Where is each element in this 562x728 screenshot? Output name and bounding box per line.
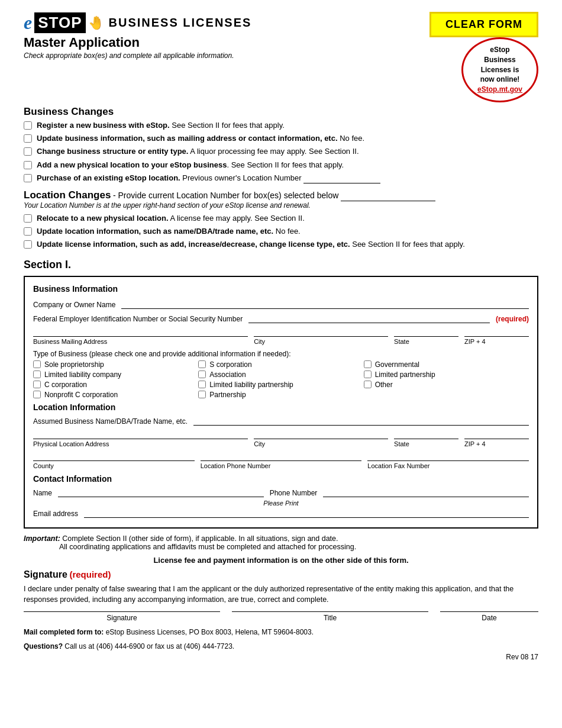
physical-state-input[interactable] (394, 430, 458, 439)
bt-ccorp-checkbox[interactable] (33, 381, 41, 388)
bc-label-4: Add a new physical location to your eSto… (37, 160, 344, 170)
bt-sole-prop: Sole proprietorship (33, 360, 198, 369)
mailing-address-input[interactable] (33, 328, 248, 337)
mailing-state-input[interactable] (394, 328, 458, 337)
bt-llc-checkbox[interactable] (33, 371, 41, 378)
date-line (440, 611, 538, 612)
physical-zip-input[interactable] (464, 430, 529, 439)
location-info-title: Location Information (33, 402, 529, 412)
bt-govt-checkbox[interactable] (364, 360, 372, 368)
title-line (232, 611, 428, 612)
lc-item-2: Update location information, such as nam… (24, 226, 538, 237)
bc-label-5: Purchase of an existing eStop location. … (37, 173, 380, 183)
footer-mail-address: eStop Business Licenses, PO Box 8003, He… (106, 628, 314, 636)
county-input[interactable] (33, 452, 195, 461)
physical-city-field: City (254, 430, 388, 447)
bt-nonprofit-checkbox[interactable] (33, 391, 41, 398)
company-name-row: Company or Owner Name (33, 298, 529, 309)
lc-label-1: Relocate to a new physical location. A l… (37, 213, 305, 224)
right-top: CLEAR FORM eStop Business Licenses is no… (429, 12, 538, 102)
footer-mail-label: Mail completed form to: (24, 628, 104, 636)
location-fax-label: Location Fax Number (367, 462, 529, 469)
location-fax-input[interactable] (367, 452, 529, 461)
email-row: Email address (33, 509, 529, 518)
physical-city-input[interactable] (254, 430, 388, 439)
footer-questions: Questions? Call us at (406) 444-6900 or … (24, 642, 538, 650)
bc-checkbox-5[interactable] (24, 174, 32, 182)
badge-line1: eStop (490, 46, 509, 54)
fein-required: (required) (496, 315, 529, 323)
clear-form-button[interactable]: CLEAR FORM (429, 12, 538, 37)
email-label: Email address (33, 510, 78, 518)
location-changes-heading: Location Changes (24, 189, 111, 201)
mailing-zip-label: ZIP + 4 (464, 338, 529, 345)
bc-checkbox-1[interactable] (24, 121, 32, 130)
sig-declaration: I declare under penalty of false swearin… (24, 584, 538, 606)
bt-lp-label: Limited partnership (375, 371, 435, 379)
assumed-name-input[interactable] (193, 417, 529, 426)
bt-assoc-checkbox[interactable] (198, 371, 206, 378)
sig-required-label: (required) (69, 569, 111, 579)
bt-llp-label: Limited liability partnership (209, 381, 293, 389)
contact-name-input[interactable] (58, 488, 264, 497)
mailing-zip-input[interactable] (464, 328, 529, 337)
bc-item-1: Register a new business with eStop. See … (24, 120, 538, 131)
please-print: Please Print (33, 500, 529, 507)
badge-url[interactable]: eStop.mt.gov (477, 85, 522, 94)
bt-govt-label: Governmental (375, 360, 419, 369)
bc-item-3: Change business structure or entity type… (24, 146, 538, 157)
physical-address-input[interactable] (33, 430, 248, 439)
bt-partnership-label: Partnership (209, 391, 246, 399)
county-label: County (33, 462, 195, 469)
assumed-name-label: Assumed Business Name/DBA/Trade Name, et… (33, 417, 188, 426)
physical-address-row: Physical Location Address City State ZIP… (33, 430, 529, 447)
business-info-title: Business Information (33, 284, 529, 294)
bt-scorp-label: S corporation (209, 360, 251, 369)
bt-other-label: Other (375, 381, 393, 389)
bt-llp-checkbox[interactable] (198, 381, 206, 388)
fein-input[interactable] (248, 313, 490, 323)
mailing-state-field: State (394, 328, 458, 345)
county-phone-row: County Location Phone Number Location Fa… (33, 452, 529, 469)
mailing-city-input[interactable] (254, 328, 388, 337)
top-bar: e STOP 🤚 BUSINESS LICENSES Master Applic… (24, 12, 538, 102)
lc-checkbox-3[interactable] (24, 240, 32, 249)
bt-llc-label: Limited liability company (44, 371, 121, 379)
business-type-label: Type of Business (please check one and p… (33, 350, 529, 358)
important-text2: All coordinating applications and affida… (59, 543, 356, 551)
contact-phone-input[interactable] (323, 488, 529, 497)
bt-ccorp-label: C corporation (44, 381, 87, 389)
page-title: Master Application (24, 35, 251, 50)
logo-row: e STOP 🤚 BUSINESS LICENSES (24, 12, 251, 34)
bt-llc: Limited liability company (33, 371, 198, 379)
lc-checkbox-2[interactable] (24, 227, 32, 236)
location-number-line (341, 201, 435, 201)
revision-label: Rev 08 17 (24, 653, 538, 661)
signature-section: Signature (required) I declare under pen… (24, 569, 538, 623)
company-name-input[interactable] (121, 298, 529, 309)
physical-state-field: State (394, 430, 458, 447)
location-phone-input[interactable] (201, 452, 362, 461)
contact-info-title: Contact Information (33, 474, 529, 484)
physical-zip-label: ZIP + 4 (464, 440, 529, 447)
bt-lp-checkbox[interactable] (364, 371, 372, 378)
bt-partnership-checkbox[interactable] (198, 391, 206, 398)
bt-assoc-label: Association (209, 371, 246, 379)
bc-checkbox-4[interactable] (24, 161, 32, 169)
physical-city-label: City (254, 440, 388, 447)
email-input[interactable] (84, 509, 529, 518)
bc-label-3: Change business structure or entity type… (37, 146, 359, 157)
lc-item-1: Relocate to a new physical location. A l… (24, 213, 538, 224)
bc-checkbox-3[interactable] (24, 147, 32, 156)
bt-other-checkbox[interactable] (364, 381, 372, 388)
sig-date-field: Date (440, 611, 538, 622)
form-section-i-box: Business Information Company or Owner Na… (24, 276, 538, 529)
bt-sole-prop-checkbox[interactable] (33, 360, 41, 368)
signature-heading: Signature (24, 569, 67, 579)
lc-checkbox-1[interactable] (24, 214, 32, 223)
lc-item-3: Update license information, such as add,… (24, 239, 538, 250)
important-block: Important: Complete Section II (other si… (24, 534, 538, 551)
business-changes-heading: Business Changes (24, 106, 538, 118)
bt-scorp-checkbox[interactable] (198, 360, 206, 368)
bc-checkbox-2[interactable] (24, 134, 32, 143)
